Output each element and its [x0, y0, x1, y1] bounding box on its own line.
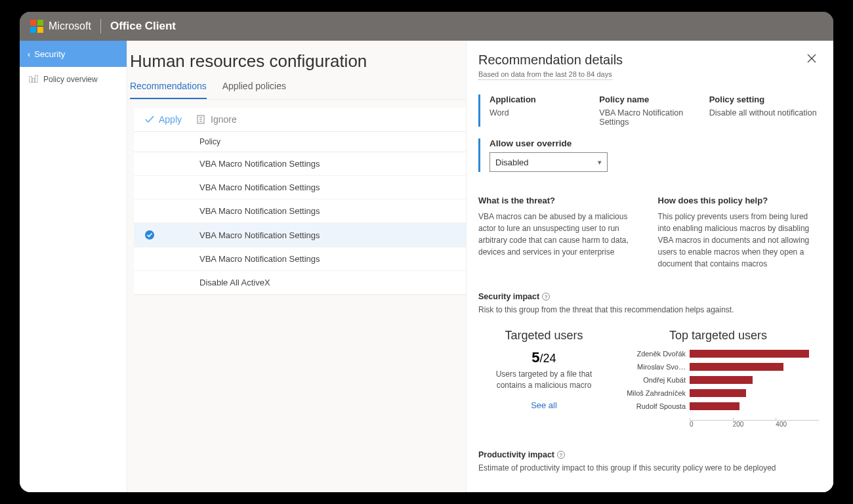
chart-bar-row: Zdeněk Dvořák [617, 348, 819, 360]
ignore-button[interactable]: Ignore [196, 114, 237, 125]
policy-setting-label: Policy setting [709, 94, 819, 104]
security-impact-sub: Risk to this group from the threat that … [478, 305, 819, 314]
chart-bar-label: Miloš Zahradníček [617, 389, 690, 397]
chart-bar-fill [690, 363, 783, 371]
checkmark-icon [144, 114, 155, 125]
chart-axis-tick: 0 [690, 421, 733, 428]
svg-rect-1 [32, 78, 35, 82]
chart-axis-tick: 200 [733, 421, 776, 428]
sidebar-back-security[interactable]: ‹ Security [20, 41, 127, 67]
policy-help-heading: How does this policy help? [658, 196, 820, 205]
chevron-left-icon: ‹ [28, 49, 30, 59]
header-divider [100, 19, 101, 33]
policy-name-value: VBA Macro Notification Settings [599, 108, 709, 127]
application-label: Application [489, 94, 599, 104]
policy-name-label: Policy name [599, 94, 709, 104]
close-icon [807, 54, 816, 63]
sidebar-item-label: Policy overview [43, 75, 98, 84]
ignore-icon [196, 114, 207, 125]
see-all-link[interactable]: See all [478, 400, 610, 410]
targeted-title: Targeted users [478, 329, 610, 343]
threat-heading: What is the threat? [478, 196, 640, 205]
application-value: Word [489, 108, 599, 117]
policy-setting-value: Disable all without notification [709, 108, 819, 117]
sidebar: ‹ Security Policy overview [20, 41, 127, 492]
info-icon[interactable]: ? [542, 293, 550, 301]
chart-bar-row: Rudolf Spousta [617, 400, 819, 412]
microsoft-logo-icon [30, 20, 43, 33]
apply-button[interactable]: Apply [144, 114, 182, 125]
policy-overview-icon [29, 75, 38, 84]
chart-bar-label: Ondřej Kubát [617, 376, 690, 384]
chart-bar-label: Miroslav Svo… [617, 363, 690, 371]
details-title: Recommendation details [478, 52, 623, 68]
row-check-icon[interactable] [143, 230, 156, 240]
recommendation-details-panel: Recommendation details Based on data fro… [466, 41, 833, 492]
sidebar-back-label: Security [34, 49, 65, 59]
brand-name: Microsoft [49, 20, 91, 32]
chart-bar-fill [690, 389, 746, 397]
svg-point-7 [145, 230, 154, 240]
tab-applied-policies[interactable]: Applied policies [222, 81, 286, 99]
override-dropdown[interactable]: Disabled ▾ [489, 152, 608, 172]
tab-recommendations[interactable]: Recommendations [130, 81, 207, 99]
chart-bar-fill [690, 376, 753, 384]
global-header: Microsoft Office Client [20, 12, 833, 41]
details-subtitle: Based on data from the last 28 to 84 day… [478, 70, 612, 80]
svg-rect-2 [35, 75, 38, 83]
chart-axis-tick: 400 [776, 421, 819, 428]
chart-bar-fill [690, 402, 739, 410]
productivity-impact-heading: Productivity impact ? [478, 450, 819, 459]
chevron-down-icon: ▾ [598, 158, 602, 167]
chart-bar-fill [690, 350, 809, 358]
app-name: Office Client [110, 20, 176, 33]
policy-help-text: This policy prevents users from being lu… [658, 211, 820, 270]
top-targeted-users-chart: Top targeted users Zdeněk DvořákMiroslav… [617, 329, 819, 428]
svg-rect-0 [30, 77, 32, 83]
targeted-count: 5/24 [478, 349, 610, 366]
chart-bar-label: Rudolf Spousta [617, 402, 690, 410]
chart-bar-row: Ondřej Kubát [617, 374, 819, 386]
chart-bar-label: Zdeněk Dvořák [617, 350, 690, 358]
chart-bar-row: Miroslav Svo… [617, 361, 819, 373]
targeted-caption: Users targeted by a file that contains a… [491, 369, 596, 391]
info-icon[interactable]: ? [557, 451, 565, 459]
sidebar-item-policy-overview[interactable]: Policy overview [20, 67, 127, 92]
targeted-users-stat: Targeted users 5/24 Users targeted by a … [478, 329, 610, 428]
chart-title: Top targeted users [617, 329, 819, 343]
security-impact-heading: Security impact ? [478, 292, 819, 301]
close-button[interactable] [804, 52, 819, 67]
productivity-impact-sub: Estimate of productivity impact to this … [478, 463, 819, 472]
override-label: Allow user override [489, 138, 819, 148]
threat-text: VBA macros can be abused by a malicious … [478, 211, 640, 258]
microsoft-logo: Microsoft [30, 20, 91, 33]
chart-bar-row: Miloš Zahradníček [617, 387, 819, 399]
